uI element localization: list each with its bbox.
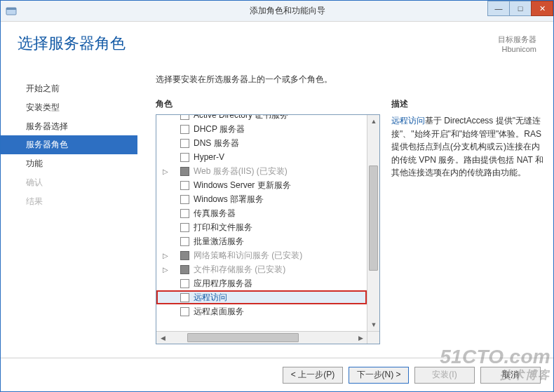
scroll-thumb-horizontal[interactable] bbox=[187, 333, 298, 342]
role-label: Windows Server 更新服务 bbox=[194, 180, 291, 191]
roles-listbox: Active Directory 证书服务DHCP 服务器DNS 服务器Hype… bbox=[156, 114, 380, 344]
role-checkbox[interactable] bbox=[180, 209, 189, 218]
role-label: 文件和存储服务 (已安装) bbox=[194, 264, 285, 276]
minimize-button[interactable]: — bbox=[487, 1, 510, 16]
expand-icon[interactable]: ▷ bbox=[161, 252, 170, 259]
role-item[interactable]: 远程桌面服务 bbox=[156, 304, 367, 318]
role-checkbox[interactable] bbox=[180, 279, 189, 288]
wizard-icon bbox=[1, 1, 22, 22]
role-label: 打印和文件服务 bbox=[194, 222, 252, 234]
expand-icon[interactable]: ▷ bbox=[161, 266, 170, 273]
role-label: 应用程序服务器 bbox=[194, 278, 252, 290]
role-label: DNS 服务器 bbox=[194, 137, 239, 149]
role-checkbox[interactable] bbox=[180, 181, 189, 190]
role-label: 远程桌面服务 bbox=[194, 306, 244, 318]
role-item[interactable]: DHCP 服务器 bbox=[156, 122, 367, 136]
wizard-steps-sidebar: 开始之前安装类型服务器选择服务器角色功能确认结果 bbox=[1, 67, 137, 358]
scroll-down-button[interactable]: ▼ bbox=[367, 318, 380, 331]
wizard-step-5: 确认 bbox=[1, 173, 137, 192]
install-button: 安装(I) bbox=[414, 367, 475, 384]
role-checkbox[interactable] bbox=[180, 139, 189, 148]
role-item[interactable]: 打印和文件服务 bbox=[156, 220, 367, 234]
role-label: Hyper-V bbox=[194, 152, 224, 162]
role-label: Windows 部署服务 bbox=[194, 194, 264, 205]
role-item[interactable]: Windows Server 更新服务 bbox=[156, 178, 367, 192]
role-label: DHCP 服务器 bbox=[194, 123, 245, 135]
role-item[interactable]: ▷网络策略和访问服务 (已安装) bbox=[156, 248, 367, 262]
wizard-step-0[interactable]: 开始之前 bbox=[1, 79, 137, 98]
role-label: 传真服务器 bbox=[194, 208, 236, 219]
previous-button[interactable]: < 上一步(P) bbox=[283, 367, 343, 384]
scroll-up-button[interactable]: ▲ bbox=[367, 115, 380, 128]
description-text: 远程访问基于 DirectAccess 提供"无缝连接"、"始终开启"和"始终管… bbox=[391, 114, 543, 180]
next-button[interactable]: 下一步(N) > bbox=[349, 367, 409, 384]
wizard-step-2[interactable]: 服务器选择 bbox=[1, 117, 137, 136]
close-button[interactable]: ✕ bbox=[531, 1, 553, 16]
expand-icon[interactable]: ▷ bbox=[161, 168, 170, 175]
role-item[interactable]: Hyper-V bbox=[156, 150, 367, 164]
role-checkbox[interactable] bbox=[180, 251, 189, 260]
wizard-step-3[interactable]: 服务器角色 bbox=[1, 135, 137, 154]
role-checkbox[interactable] bbox=[180, 125, 189, 134]
role-item[interactable]: 应用程序服务器 bbox=[156, 276, 367, 290]
role-checkbox[interactable] bbox=[180, 307, 189, 316]
role-checkbox[interactable] bbox=[180, 195, 189, 204]
wizard-step-6: 结果 bbox=[1, 192, 137, 211]
role-checkbox[interactable] bbox=[180, 153, 189, 162]
description-heading: 描述 bbox=[391, 98, 543, 110]
cancel-button[interactable]: 取消 bbox=[480, 367, 541, 384]
description-highlight: 远程访问 bbox=[391, 116, 425, 126]
target-server-box: 目标服务器 Hbunicom bbox=[498, 34, 536, 55]
role-label: 网络策略和访问服务 (已安装) bbox=[194, 250, 302, 262]
wizard-step-1[interactable]: 安装类型 bbox=[1, 98, 137, 117]
title-bar: 添加角色和功能向导 — □ ✕ bbox=[1, 1, 553, 22]
target-label: 目标服务器 bbox=[498, 34, 536, 44]
role-checkbox[interactable] bbox=[180, 223, 189, 232]
role-checkbox[interactable] bbox=[180, 265, 189, 274]
prompt-text: 选择要安装在所选服务器上的一个或多个角色。 bbox=[156, 74, 543, 86]
role-item[interactable]: 远程访问 bbox=[156, 290, 367, 304]
role-label: 批量激活服务 bbox=[194, 236, 244, 248]
page-title: 选择服务器角色 bbox=[18, 34, 536, 53]
scroll-right-button[interactable]: ▶ bbox=[354, 332, 367, 344]
vertical-scrollbar[interactable]: ▲ ▼ bbox=[367, 115, 379, 331]
role-checkbox[interactable] bbox=[180, 293, 189, 302]
role-checkbox[interactable] bbox=[180, 115, 189, 120]
role-label: Active Directory 证书服务 bbox=[194, 115, 288, 121]
roles-heading: 角色 bbox=[156, 98, 380, 110]
horizontal-scrollbar[interactable]: ◀ ▶ bbox=[156, 331, 367, 344]
window-title: 添加角色和功能向导 bbox=[22, 5, 553, 17]
svg-rect-1 bbox=[6, 8, 16, 10]
role-item[interactable]: Windows 部署服务 bbox=[156, 192, 367, 206]
role-item[interactable]: ▷Web 服务器(IIS) (已安装) bbox=[156, 164, 367, 178]
scrollbar-corner bbox=[367, 331, 379, 344]
role-item[interactable]: ▷文件和存储服务 (已安装) bbox=[156, 262, 367, 276]
page-header: 选择服务器角色 目标服务器 Hbunicom bbox=[1, 22, 553, 58]
scroll-left-button[interactable]: ◀ bbox=[156, 332, 169, 344]
role-label: Web 服务器(IIS) (已安装) bbox=[194, 165, 288, 177]
target-server-name: Hbunicom bbox=[498, 44, 536, 54]
role-item[interactable]: Active Directory 证书服务 bbox=[156, 115, 367, 122]
scroll-thumb-vertical[interactable] bbox=[369, 165, 378, 271]
role-checkbox[interactable] bbox=[180, 237, 189, 246]
role-item[interactable]: DNS 服务器 bbox=[156, 136, 367, 150]
wizard-footer: < 上一步(P) 下一步(N) > 安装(I) 取消 bbox=[1, 358, 553, 391]
role-item[interactable]: 批量激活服务 bbox=[156, 234, 367, 248]
role-item[interactable]: 传真服务器 bbox=[156, 206, 367, 220]
wizard-step-4[interactable]: 功能 bbox=[1, 154, 137, 173]
role-checkbox[interactable] bbox=[180, 167, 189, 176]
maximize-button[interactable]: □ bbox=[509, 1, 532, 16]
role-label: 远程访问 bbox=[194, 292, 227, 304]
